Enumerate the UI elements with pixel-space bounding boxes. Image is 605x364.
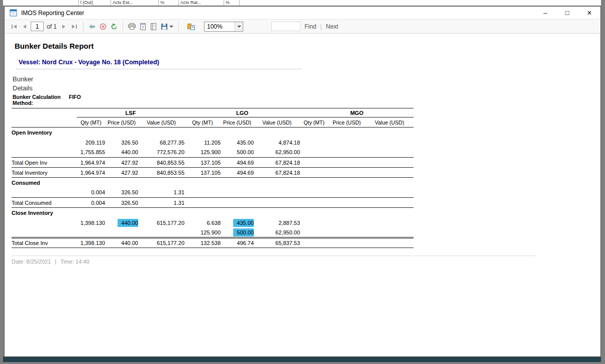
cell-text: 772,576.20 xyxy=(157,149,184,155)
value-cell: 137.105 xyxy=(184,158,221,168)
cell-text: 840,853.55 xyxy=(157,170,184,176)
row-label xyxy=(12,188,77,198)
column-header: Value (USD) xyxy=(254,117,300,128)
value-cell: 0.004 xyxy=(77,198,105,208)
table-row: 1,755.855440.00772,576.20125.900500.0062… xyxy=(12,148,414,158)
previous-page-button[interactable] xyxy=(20,21,28,32)
value-cell: 67,824.18 xyxy=(254,158,300,168)
row-label xyxy=(12,218,77,228)
value-cell xyxy=(184,128,221,138)
toolbar-separator xyxy=(123,22,123,31)
imos-reporting-center-window: IMOS Reporting Center – □ × of 1 xyxy=(4,6,601,357)
value-cell xyxy=(365,138,414,148)
value-cell xyxy=(77,228,105,238)
cell-text: 68,277.35 xyxy=(160,140,184,146)
print-layout-button[interactable] xyxy=(138,21,148,32)
cell-text: 0.004 xyxy=(91,189,105,195)
value-cell: 494.69 xyxy=(221,168,254,178)
column-header: Qty (MT) xyxy=(77,117,105,128)
previous-page-icon xyxy=(22,24,27,30)
value-cell xyxy=(138,178,184,188)
column-header: Qty (MT) xyxy=(184,117,221,128)
background-grid-header: Actv Rat... xyxy=(178,0,224,6)
row-label xyxy=(12,228,77,238)
cell-text: 496.74 xyxy=(237,240,254,246)
page-setup-icon xyxy=(150,23,157,30)
cell-text: 209.119 xyxy=(85,140,105,146)
value-cell: 68,277.35 xyxy=(138,138,184,148)
first-page-icon xyxy=(11,24,18,30)
zoom-dropdown-button[interactable] xyxy=(235,22,243,31)
background-grid-strip: l (Out)Actv Est...%Actv Rat...% xyxy=(3,0,601,6)
cell-text: 615,177.20 xyxy=(157,220,184,226)
table-row: 125.900500.0062,950.00 xyxy=(12,228,414,238)
cell-text: 494.69 xyxy=(237,160,254,166)
value-cell: 326.50 xyxy=(105,188,138,198)
value-cell: 2,887.53 xyxy=(254,218,300,228)
close-button[interactable]: × xyxy=(578,7,600,19)
export-data-button[interactable] xyxy=(186,21,196,32)
value-cell xyxy=(184,208,221,218)
column-header: Price (USD) xyxy=(105,117,138,128)
cell-text: 1.31 xyxy=(174,200,184,206)
find-next-button[interactable]: Next xyxy=(326,23,338,30)
value-cell xyxy=(365,158,414,168)
cell-text: 500.00 xyxy=(233,228,254,236)
first-page-button[interactable] xyxy=(9,21,19,32)
value-cell xyxy=(254,188,300,198)
row-label: Total Close Inv xyxy=(12,238,77,248)
footer-date: Date: 8/25/2021 xyxy=(12,259,51,265)
page-setup-button[interactable] xyxy=(149,21,158,32)
footer-divider xyxy=(12,256,536,256)
next-page-icon xyxy=(62,24,67,30)
table-row: Total Consumed0.004326.501.31 xyxy=(12,198,414,208)
find-button[interactable]: Find xyxy=(305,23,316,30)
value-cell xyxy=(300,218,328,228)
maximize-button[interactable]: □ xyxy=(556,7,578,19)
value-cell xyxy=(328,238,365,248)
value-cell xyxy=(300,158,328,168)
minimize-button[interactable]: – xyxy=(534,7,556,19)
value-cell: 1,755.855 xyxy=(77,148,105,158)
cell-text: 440.00 xyxy=(118,219,138,227)
background-grid-header: % xyxy=(158,0,178,6)
value-cell: 132.538 xyxy=(184,238,221,248)
highlighted-value-cell: 500.00 xyxy=(221,228,254,238)
value-cell xyxy=(328,198,365,208)
group-header-spacer xyxy=(12,108,77,117)
cell-text: 326.50 xyxy=(121,140,138,146)
cell-text: 4,874.18 xyxy=(278,140,300,146)
table-row: Total Inventory1,964.974427.92840,853.55… xyxy=(12,168,414,178)
column-header: Price (USD) xyxy=(221,117,254,128)
print-layout-icon xyxy=(140,23,146,30)
back-button[interactable] xyxy=(87,21,97,32)
column-header: Qty (MT) xyxy=(300,117,328,128)
cell-text: 427.92 xyxy=(121,170,138,176)
value-cell: 11.205 xyxy=(184,138,221,148)
value-cell: 125.900 xyxy=(184,228,221,238)
find-input[interactable] xyxy=(271,22,300,31)
value-cell xyxy=(328,148,365,158)
value-cell: 326.50 xyxy=(105,138,138,148)
value-cell: 62,950.00 xyxy=(254,228,300,238)
printer-icon xyxy=(128,23,136,30)
stop-button[interactable] xyxy=(98,21,108,32)
page-number-input[interactable] xyxy=(31,22,44,31)
value-cell: 62,950.00 xyxy=(254,148,300,158)
value-cell xyxy=(221,188,254,198)
value-cell: 4,874.18 xyxy=(254,138,300,148)
print-button[interactable] xyxy=(127,21,137,32)
highlighted-value-cell: 440.00 xyxy=(105,218,138,228)
value-cell xyxy=(365,238,414,248)
chevron-down-icon xyxy=(237,26,241,28)
value-cell xyxy=(254,198,300,208)
refresh-button[interactable] xyxy=(109,21,119,32)
zoom-dropdown[interactable]: 100% xyxy=(204,22,243,32)
zoom-value: 100% xyxy=(205,23,235,30)
value-cell: 6.638 xyxy=(184,218,221,228)
last-page-button[interactable] xyxy=(69,21,79,32)
export-button[interactable] xyxy=(159,21,175,32)
next-page-button[interactable] xyxy=(60,21,68,32)
export-save-icon xyxy=(161,23,168,30)
value-cell xyxy=(77,128,105,138)
